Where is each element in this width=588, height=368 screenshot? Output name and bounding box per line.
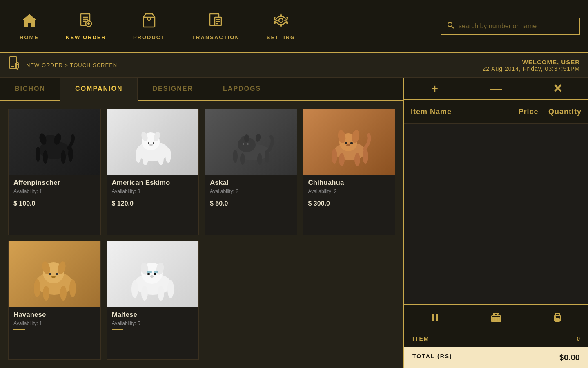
affenpinscher-price: $ 100.0 xyxy=(13,200,96,207)
tab-companion[interactable]: COMPANION xyxy=(60,78,138,101)
nav-new-order[interactable]: NEW ORDER xyxy=(54,8,118,45)
svg-point-42 xyxy=(255,133,261,142)
svg-point-34 xyxy=(158,152,164,165)
product-affenpinscher[interactable]: Affenpinscher Availability: 1 $ 100.0 xyxy=(8,109,101,235)
welcome-datetime: 22 Aug 2014, Friday, 03:37:51PM xyxy=(482,65,580,72)
svg-marker-0 xyxy=(23,14,36,27)
svg-point-44 xyxy=(233,150,238,163)
product-affenpinscher-image xyxy=(9,109,100,175)
product-american-eskimo-info: American Eskimo Availability: 3 $ 120.0 xyxy=(107,175,199,211)
svg-point-49 xyxy=(247,143,249,145)
american-eskimo-price: $ 120.0 xyxy=(112,200,194,207)
havanese-name: Havanese xyxy=(13,311,96,319)
nav-setting-label: SETTING xyxy=(267,34,295,40)
american-eskimo-name: American Eskimo xyxy=(112,179,194,187)
product-askal-info: Askal Availability: 2 $ 50.0 xyxy=(205,175,297,211)
product-chihuahua[interactable]: Chihuahua Availability: 2 $ 300.0 xyxy=(303,109,396,235)
nav-product[interactable]: PRODUCT xyxy=(122,8,176,45)
product-american-eskimo[interactable]: American Eskimo Availability: 3 $ 120.0 xyxy=(107,109,199,235)
summary-section: ITEM 0 TOTAL (RS) $0.00 xyxy=(404,330,588,368)
svg-rect-95 xyxy=(494,314,498,315)
chihuahua-name: Chihuahua xyxy=(308,179,390,187)
product-havanese-info: Havanese Availability: 1 xyxy=(9,307,100,336)
product-havanese[interactable]: Havanese Availability: 1 xyxy=(8,241,101,360)
svg-point-76 xyxy=(131,280,138,298)
search-icon xyxy=(447,22,454,31)
svg-rect-84 xyxy=(154,271,158,273)
tab-designer[interactable]: DESIGNER xyxy=(138,78,208,100)
clear-item-button[interactable]: ✕ xyxy=(527,78,588,99)
svg-point-32 xyxy=(136,148,141,163)
svg-line-16 xyxy=(452,26,454,28)
item-count-row: ITEM 0 xyxy=(404,330,588,347)
right-panel: + — ✕ Item Name Price Quantity xyxy=(404,78,588,368)
print-button[interactable] xyxy=(527,305,588,330)
svg-rect-89 xyxy=(493,317,494,319)
nav-setting[interactable]: SETTING xyxy=(255,8,307,45)
svg-point-56 xyxy=(354,153,360,166)
american-eskimo-availability: Availability: 3 xyxy=(112,188,194,194)
top-nav: HOME NEW ORDER xyxy=(0,0,588,53)
svg-point-69 xyxy=(49,273,51,275)
svg-point-25 xyxy=(43,150,48,164)
col-item-name: Item Name xyxy=(411,108,512,116)
cash-register-button[interactable] xyxy=(466,305,527,330)
search-input[interactable] xyxy=(459,22,574,30)
tab-bar: BICHON COMPANION DESIGNER LAPDOGS xyxy=(0,78,403,101)
affenpinscher-availability: Availability: 1 xyxy=(13,188,96,194)
product-maltese-info: Maltese Availability: 5 xyxy=(107,307,199,336)
askal-divider xyxy=(210,197,221,197)
svg-point-37 xyxy=(153,142,154,144)
svg-point-46 xyxy=(257,153,262,165)
svg-point-77 xyxy=(141,286,148,301)
svg-point-26 xyxy=(61,150,66,164)
affenpinscher-divider xyxy=(13,197,25,197)
chihuahua-availability: Availability: 2 xyxy=(308,188,390,194)
svg-point-66 xyxy=(43,286,49,301)
svg-rect-87 xyxy=(436,314,438,321)
product-affenpinscher-info: Affenpinscher Availability: 1 $ 100.0 xyxy=(9,175,100,211)
col-quantity: Quantity xyxy=(545,108,581,116)
svg-rect-90 xyxy=(495,317,497,319)
subtract-item-button[interactable]: — xyxy=(466,78,527,99)
total-value: $0.00 xyxy=(559,353,580,362)
order-items-list xyxy=(404,124,588,304)
svg-rect-97 xyxy=(555,313,559,316)
welcome-area: WELCOME, USER 22 Aug 2014, Friday, 03:37… xyxy=(482,58,580,72)
svg-point-45 xyxy=(240,153,245,165)
product-chihuahua-info: Chihuahua Availability: 2 $ 300.0 xyxy=(303,175,395,211)
svg-point-60 xyxy=(346,144,350,146)
svg-point-14 xyxy=(279,18,283,22)
askal-availability: Availability: 2 xyxy=(210,188,292,194)
maltese-availability: Availability: 5 xyxy=(112,321,194,326)
svg-point-43 xyxy=(244,134,249,142)
svg-point-38 xyxy=(149,144,153,146)
welcome-user: WELCOME, USER xyxy=(482,58,580,65)
total-row: TOTAL (RS) $0.00 xyxy=(404,347,588,368)
svg-rect-92 xyxy=(493,319,494,321)
pause-button[interactable] xyxy=(404,305,466,330)
home-icon xyxy=(21,12,38,31)
col-price: Price xyxy=(512,108,545,116)
svg-point-57 xyxy=(363,149,368,164)
breadcrumb-text: NEW ORDER > TOUCH SCREEN xyxy=(26,62,117,68)
nav-transaction[interactable]: TRANSACTION xyxy=(180,8,251,45)
svg-point-82 xyxy=(150,275,154,278)
breadcrumb-bar: NEW ORDER > TOUCH SCREEN WELCOME, USER 2… xyxy=(0,53,588,78)
nav-product-label: PRODUCT xyxy=(133,34,165,40)
nav-home[interactable]: HOME xyxy=(8,8,50,45)
svg-point-33 xyxy=(143,152,148,165)
order-table-header: Item Name Price Quantity xyxy=(404,100,588,124)
product-maltese[interactable]: Maltese Availability: 5 xyxy=(107,241,199,360)
product-havanese-image xyxy=(9,241,100,307)
maltese-name: Maltese xyxy=(112,311,194,319)
action-buttons-top: + — ✕ xyxy=(404,78,588,100)
product-askal[interactable]: Askal Availability: 2 $ 50.0 xyxy=(205,109,297,235)
add-item-button[interactable]: + xyxy=(404,78,466,99)
action-buttons-bottom xyxy=(404,304,588,330)
product-icon xyxy=(141,12,157,31)
tab-bichon[interactable]: BICHON xyxy=(0,78,60,100)
tab-lapdogs[interactable]: LAPDOGS xyxy=(208,78,276,100)
havanese-availability: Availability: 1 xyxy=(13,321,96,326)
item-count: 0 xyxy=(577,335,580,342)
